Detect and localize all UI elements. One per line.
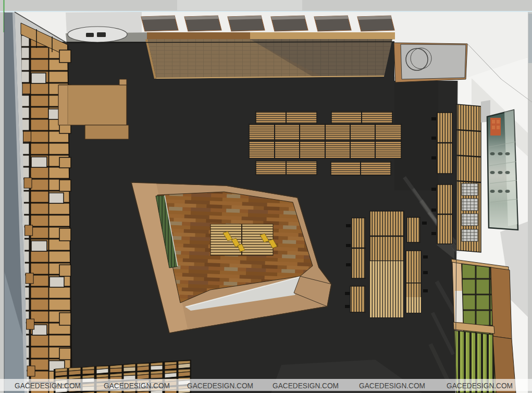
svg-text:GACEDESIGN.COM: GACEDESIGN.COM (104, 381, 170, 390)
svg-text:GACEDESIGN.COM: GACEDESIGN.COM (273, 381, 339, 390)
svg-text:GACEDESIGN.COM: GACEDESIGN.COM (447, 381, 513, 390)
svg-text:GACEDESIGN.COM: GACEDESIGN.COM (359, 381, 425, 390)
svg-text:GACEDESIGN.COM: GACEDESIGN.COM (187, 381, 253, 390)
svg-text:GACEDESIGN.COM: GACEDESIGN.COM (15, 381, 81, 390)
